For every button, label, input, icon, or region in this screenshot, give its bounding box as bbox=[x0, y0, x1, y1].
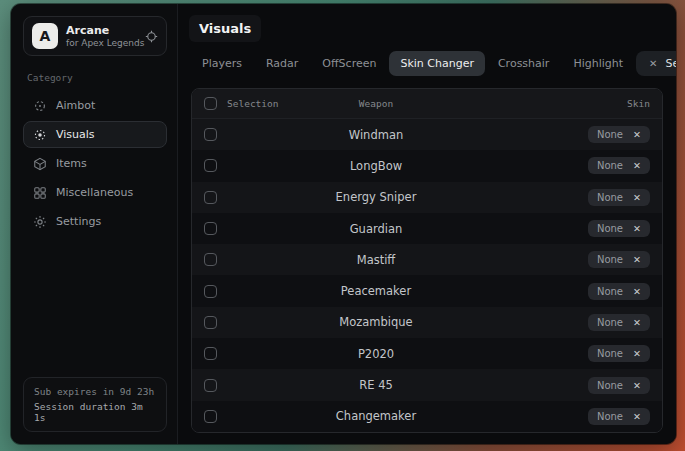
clear-skin-icon[interactable]: ✕ bbox=[633, 317, 641, 328]
app-header-card: A Arcane for Apex Legends bbox=[23, 16, 167, 56]
table-row[interactable]: P2020 None ✕ bbox=[192, 338, 662, 369]
tab-label: Highlight bbox=[573, 57, 623, 70]
table-row[interactable]: Mastiff None ✕ bbox=[192, 244, 662, 275]
tab[interactable]: Highlight bbox=[562, 51, 634, 76]
skin-value: None bbox=[597, 286, 623, 297]
clear-skin-icon[interactable]: ✕ bbox=[633, 129, 641, 140]
table-row[interactable]: Guardian None ✕ bbox=[192, 213, 662, 244]
weapon-name: Windman bbox=[349, 128, 403, 142]
table-row[interactable]: Changemaker None ✕ bbox=[192, 401, 662, 432]
app-subtitle: for Apex Legends bbox=[66, 38, 137, 48]
row-checkbox[interactable] bbox=[204, 128, 217, 141]
row-checkbox[interactable] bbox=[204, 222, 217, 235]
skin-selector-chip[interactable]: None ✕ bbox=[588, 377, 650, 394]
clear-skin-icon[interactable]: ✕ bbox=[633, 411, 641, 422]
clear-skin-icon[interactable]: ✕ bbox=[633, 192, 641, 203]
clear-skin-icon[interactable]: ✕ bbox=[633, 348, 641, 359]
skin-value: None bbox=[597, 223, 623, 234]
clear-skin-icon[interactable]: ✕ bbox=[633, 160, 641, 171]
tab[interactable]: Skin Changer bbox=[389, 51, 485, 76]
skin-selector-chip[interactable]: None ✕ bbox=[588, 408, 650, 425]
tab-label: Crosshair bbox=[498, 57, 549, 70]
skin-selector-chip[interactable]: None ✕ bbox=[588, 126, 650, 143]
row-checkbox[interactable] bbox=[204, 191, 217, 204]
table-row[interactable]: LongBow None ✕ bbox=[192, 150, 662, 181]
sidebar-item[interactable]: Items bbox=[23, 150, 167, 177]
weapon-name: Mastiff bbox=[357, 253, 396, 267]
skin-selector-chip[interactable]: None ✕ bbox=[588, 189, 650, 206]
page-title: Visuals bbox=[189, 15, 261, 42]
weapon-name: Changemaker bbox=[336, 409, 416, 423]
subscription-card: Sub expires in 9d 23h Session duration 3… bbox=[23, 377, 167, 432]
table-row[interactable]: Mozambique None ✕ bbox=[192, 307, 662, 338]
tab-bar: Players Radar OffScreen Skin Changer Cro… bbox=[191, 51, 663, 76]
sidebar-item-label: Items bbox=[56, 157, 87, 170]
sidebar-item[interactable]: Aimbot bbox=[23, 92, 167, 119]
tab-label: OffScreen bbox=[322, 57, 376, 70]
row-checkbox[interactable] bbox=[204, 347, 217, 360]
search-button-label: Search bbox=[665, 57, 676, 70]
category-label: Category bbox=[27, 72, 167, 83]
grid-icon bbox=[33, 186, 47, 200]
row-checkbox[interactable] bbox=[204, 379, 217, 392]
scan-icon bbox=[33, 128, 47, 142]
table-row[interactable]: Peacemaker None ✕ bbox=[192, 275, 662, 306]
skin-value: None bbox=[597, 317, 623, 328]
skin-value: None bbox=[597, 254, 623, 265]
tab[interactable]: Crosshair bbox=[487, 51, 560, 76]
row-checkbox[interactable] bbox=[204, 316, 217, 329]
tab-label: Players bbox=[202, 57, 242, 70]
clear-skin-icon[interactable]: ✕ bbox=[633, 254, 641, 265]
sidebar-item-label: Miscellaneous bbox=[56, 186, 133, 199]
row-checkbox[interactable] bbox=[204, 410, 217, 423]
tab[interactable]: OffScreen bbox=[311, 51, 387, 76]
session-duration-text: Session duration 3m 1s bbox=[34, 401, 156, 423]
app-window: A Arcane for Apex Legends Category Aimbo… bbox=[11, 4, 676, 444]
clear-skin-icon[interactable]: ✕ bbox=[633, 286, 641, 297]
clear-skin-icon[interactable]: ✕ bbox=[633, 223, 641, 234]
selection-column-header: Selection bbox=[227, 98, 278, 109]
table-row[interactable]: Windman None ✕ bbox=[192, 119, 662, 150]
skin-selector-chip[interactable]: None ✕ bbox=[588, 251, 650, 268]
skin-value: None bbox=[597, 348, 623, 359]
tab[interactable]: Radar bbox=[255, 51, 309, 76]
clear-skin-icon[interactable]: ✕ bbox=[633, 380, 641, 391]
select-all-checkbox[interactable] bbox=[204, 97, 217, 110]
sidebar-item-label: Settings bbox=[56, 215, 101, 228]
target-icon[interactable] bbox=[145, 30, 158, 43]
table-row[interactable]: Energy Sniper None ✕ bbox=[192, 182, 662, 213]
app-name: Arcane bbox=[66, 24, 137, 37]
sidebar-item[interactable]: Settings bbox=[23, 208, 167, 235]
sidebar-item[interactable]: Visuals bbox=[23, 121, 167, 148]
cube-icon bbox=[33, 157, 47, 171]
skin-value: None bbox=[597, 192, 623, 203]
skin-selector-chip[interactable]: None ✕ bbox=[588, 345, 650, 362]
weapon-column-header: Weapon bbox=[359, 98, 393, 109]
search-button[interactable]: ✕ Search bbox=[636, 51, 676, 76]
row-checkbox[interactable] bbox=[204, 253, 217, 266]
weapon-name: Energy Sniper bbox=[336, 190, 417, 204]
weapon-name: RE 45 bbox=[359, 378, 393, 392]
gear-icon bbox=[33, 215, 47, 229]
tab-label: Skin Changer bbox=[400, 57, 474, 70]
row-checkbox[interactable] bbox=[204, 285, 217, 298]
crosshair-icon bbox=[33, 99, 47, 113]
skin-selector-chip[interactable]: None ✕ bbox=[588, 314, 650, 331]
app-meta: Arcane for Apex Legends bbox=[66, 24, 137, 48]
sub-expires-text: Sub expires in 9d 23h bbox=[34, 386, 156, 397]
skin-value: None bbox=[597, 411, 623, 422]
skin-selector-chip[interactable]: None ✕ bbox=[588, 220, 650, 237]
skin-column-header: Skin bbox=[627, 98, 650, 109]
weapon-name: P2020 bbox=[358, 347, 394, 361]
skin-value: None bbox=[597, 129, 623, 140]
sidebar-item[interactable]: Miscellaneous bbox=[23, 179, 167, 206]
table-body: Windman None ✕ LongBow None ✕ bbox=[192, 119, 662, 432]
weapon-name: Mozambique bbox=[339, 315, 412, 329]
table-row[interactable]: RE 45 None ✕ bbox=[192, 369, 662, 400]
skin-selector-chip[interactable]: None ✕ bbox=[588, 157, 650, 174]
row-checkbox[interactable] bbox=[204, 159, 217, 172]
weapon-name: LongBow bbox=[350, 159, 402, 173]
tab[interactable]: Players bbox=[191, 51, 253, 76]
skin-selector-chip[interactable]: None ✕ bbox=[588, 283, 650, 300]
sidebar-item-label: Visuals bbox=[56, 128, 95, 141]
